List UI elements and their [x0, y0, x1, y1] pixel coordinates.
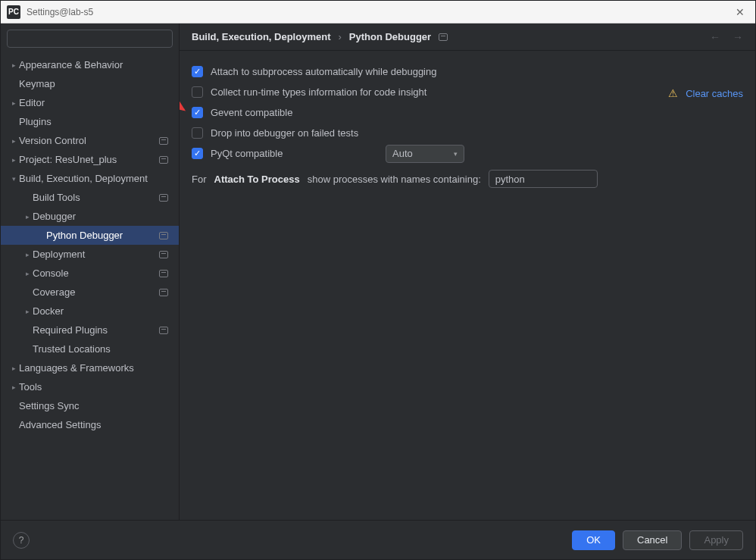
project-scope-icon [159, 232, 168, 239]
tree-item-label: Editor [19, 97, 173, 108]
app-icon: PC [7, 5, 20, 19]
dialog-footer: ? OK Cancel Apply [1, 520, 755, 559]
tree-item-advanced-settings[interactable]: Advanced Settings [1, 415, 179, 434]
tree-item-build-execution-deployment[interactable]: ▾Build, Execution, Deployment [1, 169, 179, 188]
project-scope-icon [159, 289, 168, 296]
chevron-right-icon: ▸ [8, 156, 19, 164]
tree-item-python-debugger[interactable]: Python Debugger [1, 226, 179, 245]
tree-item-label: Docker [33, 305, 173, 317]
collect-runtime-checkbox[interactable] [192, 86, 203, 98]
chevron-down-icon: ▾ [454, 150, 458, 158]
attach-subprocess-label[interactable]: Attach to subprocess automatically while… [211, 66, 436, 77]
chevron-right-icon: ▸ [8, 99, 19, 107]
tree-item-version-control[interactable]: ▸Version Control [1, 131, 179, 150]
project-scope-icon [159, 194, 168, 202]
pyqt-select-value: Auto [392, 148, 454, 159]
gevent-label[interactable]: Gevent compatible [211, 107, 292, 118]
attach-process-input[interactable] [489, 170, 598, 188]
tree-item-deployment[interactable]: ▸Deployment [1, 245, 179, 264]
clear-caches-link[interactable]: Clear caches [686, 88, 743, 99]
chevron-right-icon: › [338, 31, 341, 42]
tree-item-tools[interactable]: ▸Tools [1, 377, 179, 396]
tree-item-label: Languages & Frameworks [19, 362, 173, 374]
settings-sidebar: ▸Appearance & BehaviorKeymap▸EditorPlugi… [1, 23, 180, 520]
settings-main: Build, Execution, Deployment › Python De… [180, 23, 755, 520]
tree-item-label: Build, Execution, Deployment [19, 173, 173, 184]
help-button[interactable]: ? [13, 532, 30, 549]
chevron-right-icon: ▸ [22, 308, 33, 315]
tree-item-label: Tools [19, 381, 173, 393]
breadcrumb: Build, Execution, Deployment › Python De… [192, 31, 448, 42]
tree-item-label: Console [33, 267, 159, 279]
tree-item-label: Debugger [33, 211, 173, 222]
project-scope-icon [159, 251, 168, 258]
drop-into-checkbox[interactable] [192, 127, 203, 139]
annotation-arrow-icon [180, 87, 190, 114]
attach-subprocess-checkbox[interactable] [192, 66, 203, 77]
project-scope-icon [159, 156, 168, 164]
breadcrumb-root[interactable]: Build, Execution, Deployment [192, 31, 330, 42]
chevron-right-icon: ▸ [8, 61, 19, 69]
tree-item-required-plugins[interactable]: Required Plugins [1, 321, 179, 339]
tree-item-appearance-behavior[interactable]: ▸Appearance & Behavior [1, 55, 179, 74]
tree-item-label: Appearance & Behavior [19, 59, 173, 70]
tree-item-label: Trusted Locations [33, 343, 173, 355]
tree-item-settings-sync[interactable]: Settings Sync [1, 396, 179, 415]
chevron-down-icon: ▾ [8, 175, 19, 183]
chevron-right-icon: ▸ [8, 364, 19, 372]
attach-pre-text: For [192, 174, 207, 185]
tree-item-project-resunet-plus[interactable]: ▸Project: ResUnet_plus [1, 150, 179, 169]
tree-item-label: Plugins [19, 116, 173, 127]
tree-item-label: Build Tools [33, 192, 159, 203]
ok-button[interactable]: OK [572, 530, 615, 550]
pyqt-label[interactable]: PyQt compatible [211, 148, 283, 159]
nav-forward-icon[interactable]: → [733, 31, 743, 43]
apply-button[interactable]: Apply [689, 530, 743, 550]
tree-item-label: Required Plugins [33, 324, 159, 336]
tree-item-coverage[interactable]: Coverage [1, 283, 179, 302]
window-title: Settings@lab-s5 [27, 7, 731, 17]
pyqt-checkbox[interactable] [192, 148, 203, 159]
pyqt-select[interactable]: Auto ▾ [386, 145, 464, 163]
warning-icon: ⚠ [668, 87, 678, 99]
drop-into-label[interactable]: Drop into debugger on failed tests [211, 127, 358, 139]
chevron-right-icon: ▸ [22, 251, 33, 258]
close-icon[interactable]: ✕ [731, 6, 749, 18]
attach-post-text: show processes with names containing: [308, 174, 481, 185]
tree-item-plugins[interactable]: Plugins [1, 112, 179, 131]
chevron-right-icon: ▸ [22, 270, 33, 277]
nav-back-icon[interactable]: ← [710, 31, 720, 43]
project-scope-icon [439, 33, 448, 41]
tree-item-label: Version Control [19, 135, 159, 146]
tree-item-label: Advanced Settings [19, 419, 173, 430]
tree-item-label: Keymap [19, 78, 173, 89]
tree-item-keymap[interactable]: Keymap [1, 74, 179, 93]
cancel-button[interactable]: Cancel [623, 530, 682, 550]
tree-item-trusted-locations[interactable]: Trusted Locations [1, 339, 179, 358]
tree-item-editor[interactable]: ▸Editor [1, 93, 179, 112]
attach-bold-text: Attach To Process [214, 174, 300, 185]
breadcrumb-leaf: Python Debugger [349, 31, 431, 42]
settings-tree[interactable]: ▸Appearance & BehaviorKeymap▸EditorPlugi… [1, 54, 179, 520]
chevron-right-icon: ▸ [8, 383, 19, 391]
tree-item-label: Settings Sync [19, 400, 173, 411]
gevent-checkbox[interactable] [192, 107, 203, 118]
search-input[interactable] [7, 30, 173, 48]
collect-runtime-label[interactable]: Collect run-time types information for c… [211, 86, 426, 98]
tree-item-build-tools[interactable]: Build Tools [1, 188, 179, 207]
chevron-right-icon: ▸ [8, 137, 19, 145]
project-scope-icon [159, 137, 168, 145]
tree-item-docker[interactable]: ▸Docker [1, 302, 179, 321]
tree-item-languages-frameworks[interactable]: ▸Languages & Frameworks [1, 358, 179, 377]
titlebar: PC Settings@lab-s5 ✕ [1, 1, 755, 23]
tree-item-label: Project: ResUnet_plus [19, 154, 159, 165]
project-scope-icon [159, 327, 168, 334]
tree-item-label: Deployment [33, 249, 159, 260]
project-scope-icon [159, 270, 168, 277]
tree-item-label: Coverage [33, 286, 159, 298]
chevron-right-icon: ▸ [22, 213, 33, 221]
tree-item-debugger[interactable]: ▸Debugger [1, 207, 179, 226]
tree-item-console[interactable]: ▸Console [1, 264, 179, 283]
tree-item-label: Python Debugger [46, 230, 159, 241]
